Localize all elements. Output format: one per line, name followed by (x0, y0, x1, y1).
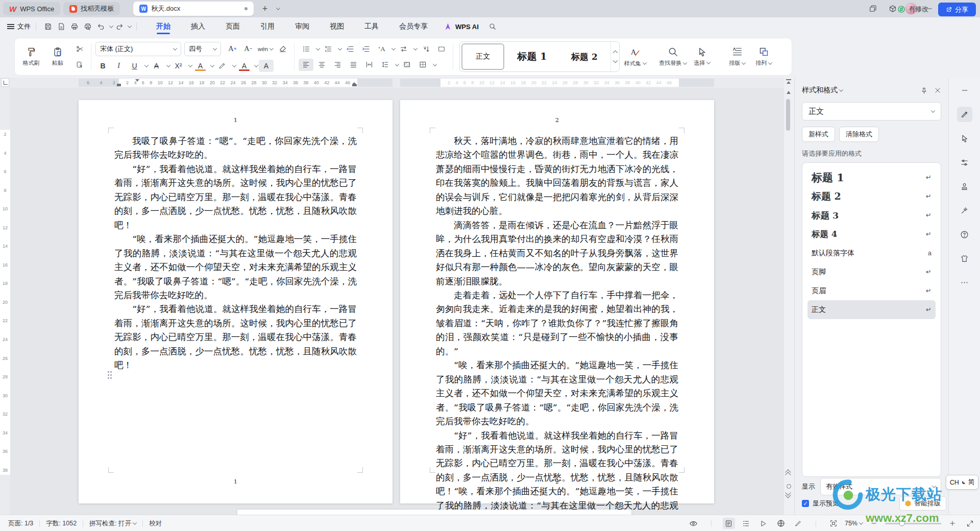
panel-close-icon[interactable] (934, 87, 941, 94)
right-indent-marker[interactable] (352, 84, 357, 86)
select-button[interactable]: 选择 (689, 40, 715, 73)
align-center-button[interactable] (314, 59, 329, 71)
redo-dropdown[interactable] (128, 23, 132, 28)
save-button[interactable] (41, 20, 55, 33)
distribute-button[interactable] (362, 59, 377, 71)
text-effects-dropdown[interactable] (232, 63, 236, 67)
style-list-item[interactable]: 页眉↵ (807, 281, 936, 300)
font-name-select[interactable]: 宋体 (正文) (95, 42, 181, 56)
outline-view-icon[interactable] (740, 518, 752, 529)
justify-button[interactable] (346, 59, 361, 71)
file-menu[interactable]: 文件 (7, 22, 31, 31)
word-count[interactable]: 字数: 1052 (46, 519, 77, 528)
spell-check[interactable]: 拼写检查: 打开 (89, 519, 131, 528)
document-page-2[interactable]: 2 秋天，落叶满地，冷寂的秋雨肆意地宣泄着它的情绪，用悲凉给这个喧嚣的世界调色。… (400, 100, 714, 503)
fit-page-icon[interactable] (827, 518, 840, 529)
scroll-up-arrow[interactable] (787, 91, 791, 94)
borders-button[interactable] (415, 59, 430, 71)
menu-tab-插入[interactable]: 插入 (190, 18, 206, 35)
paragraph[interactable]: “好”，我看着他说道。就这样我坐着她的自行车，一路冒着雨，渐渐离开这失意的场所。… (114, 302, 357, 372)
paragraph[interactable]: “唉，看来那个插曲还挺大的。”她逗趣地一笑，一手揽住了我的胳膊，淡淡说道：“与其… (114, 232, 357, 302)
tab-overview-icon[interactable] (865, 2, 880, 15)
style-set-button[interactable]: A 样式集 (622, 40, 648, 73)
style-list-item[interactable]: 标题 2↵ (807, 187, 936, 206)
arrange-button[interactable]: 排列 (750, 40, 777, 73)
first-line-indent-marker[interactable] (135, 79, 139, 82)
zoom-in-button[interactable] (946, 518, 959, 529)
paste-special-icon[interactable] (72, 59, 87, 71)
style-gallery-scroll[interactable] (610, 42, 619, 71)
italic-button[interactable]: I (111, 60, 126, 72)
wps-ai-button[interactable]: WPS AI (444, 23, 479, 31)
ime-indicator[interactable]: CH 简 (946, 475, 978, 490)
line-spacing-button[interactable] (378, 59, 393, 71)
scroll-to-top-button[interactable] (785, 79, 792, 86)
current-style-select[interactable]: 正文 (802, 102, 941, 120)
highlight-dropdown[interactable] (210, 63, 214, 67)
zoom-slider-knob[interactable] (899, 521, 905, 526)
paragraph[interactable]: 滴滴答答，是雨在倾诉，还是心在流血？一片黯然浮于眼眸，为什么我用真挚付出的换来的… (436, 219, 678, 288)
home-tab[interactable]: W WPS Office (3, 2, 60, 15)
format-painter-button[interactable]: 格式刷 (18, 40, 44, 73)
vertical-ruler[interactable]: 2468101214161820222426283032343638 (0, 88, 10, 515)
show-preview-checkbox[interactable]: ✓ (802, 500, 809, 507)
numbered-list-button[interactable] (321, 43, 335, 55)
left-indent-marker[interactable] (117, 84, 121, 86)
page-text-body[interactable]: 秋天，落叶满地，冷寂的秋雨肆意地宣泄着它的情绪，用悲凉给这个喧嚣的世界调色。街巷… (436, 134, 678, 515)
tab-list-dropdown[interactable] (271, 3, 283, 15)
font-color-dropdown[interactable] (254, 63, 258, 67)
find-replace-button[interactable]: 查找替换 (657, 40, 689, 73)
paragraph[interactable]: 走着走着，远处一个人停下了自行车，手中撑着一把伞，匆匆向我走来。近着走来的是我的… (436, 288, 678, 358)
print-preview-button[interactable] (81, 20, 94, 33)
zoom-out-button[interactable] (868, 518, 880, 529)
share-button[interactable]: 分享 (938, 3, 976, 16)
help-icon[interactable] (957, 227, 972, 242)
redo-button[interactable] (113, 20, 126, 33)
adjust-sliders-icon[interactable] (957, 155, 972, 170)
paragraph-shading-button[interactable] (400, 59, 414, 71)
underline-dropdown[interactable] (144, 63, 149, 67)
page-text-body[interactable]: 我吸了吸鼻子答道：“嗯”。“走吧，你回家先洗个澡，洗完后我带你去吃好吃的。“好”… (114, 134, 357, 373)
stamp-icon[interactable] (957, 179, 972, 194)
style-list-item[interactable]: 标题 1↵ (807, 168, 936, 187)
paragraph[interactable]: 我吸了吸鼻子答道：“嗯”。“走吧，你回家先洗个澡，洗完后我带你去吃好吃的。 (114, 134, 357, 162)
align-right-button[interactable] (330, 59, 345, 71)
text-effects-button[interactable] (215, 60, 230, 72)
style-gallery-item[interactable]: 标题 1 (506, 42, 558, 71)
increase-font-button[interactable]: A+ (225, 43, 240, 55)
sort-button[interactable] (418, 43, 433, 55)
previous-page-button[interactable] (786, 472, 790, 475)
skin-theme-icon[interactable] (957, 251, 972, 266)
phonetic-guide-button[interactable]: wén (257, 43, 274, 55)
more-options-icon[interactable] (957, 275, 972, 290)
pin-icon[interactable] (920, 87, 928, 94)
search-icon[interactable] (486, 20, 499, 33)
web-layout-icon[interactable] (775, 518, 787, 529)
print-button[interactable] (68, 20, 81, 33)
select-tool-icon[interactable] (957, 131, 972, 146)
text-direction-dropdown[interactable] (413, 46, 418, 50)
superscript-dropdown[interactable] (188, 63, 192, 67)
text-tool-dropdown[interactable] (391, 46, 396, 50)
document-canvas[interactable]: 1 我吸了吸鼻子答道：“嗯”。“走吧，你回家先洗个澡，洗完后我带你去吃好吃的。“… (10, 88, 784, 515)
menu-tab-会员专享[interactable]: 会员专享 (398, 18, 429, 35)
tools-wand-icon[interactable] (957, 203, 972, 218)
eye-protect-icon[interactable] (688, 518, 700, 529)
horizontal-ruler[interactable]: 642 246810121416182022242628303234363840… (0, 78, 784, 88)
export-pdf-button[interactable] (55, 20, 68, 33)
align-left-button[interactable] (299, 59, 313, 71)
menu-tab-引用[interactable]: 引用 (259, 18, 276, 35)
zoom-slider[interactable] (885, 523, 941, 524)
vertical-scrollbar-thumb[interactable] (786, 99, 790, 131)
typeset-button[interactable]: 排版 (724, 40, 750, 73)
style-list-item[interactable]: 页脚↵ (807, 262, 936, 281)
browse-object-button[interactable] (787, 484, 791, 489)
play-presentation-icon[interactable] (757, 518, 770, 529)
menu-tab-工具[interactable]: 工具 (363, 18, 380, 35)
char-shading-button[interactable]: A (259, 60, 274, 72)
next-page-button[interactable] (786, 492, 790, 496)
menu-tab-视图[interactable]: 视图 (329, 18, 345, 35)
strikethrough-dropdown[interactable] (166, 63, 170, 67)
cut-icon[interactable] (72, 43, 87, 55)
decrease-font-button[interactable]: A− (241, 43, 256, 55)
